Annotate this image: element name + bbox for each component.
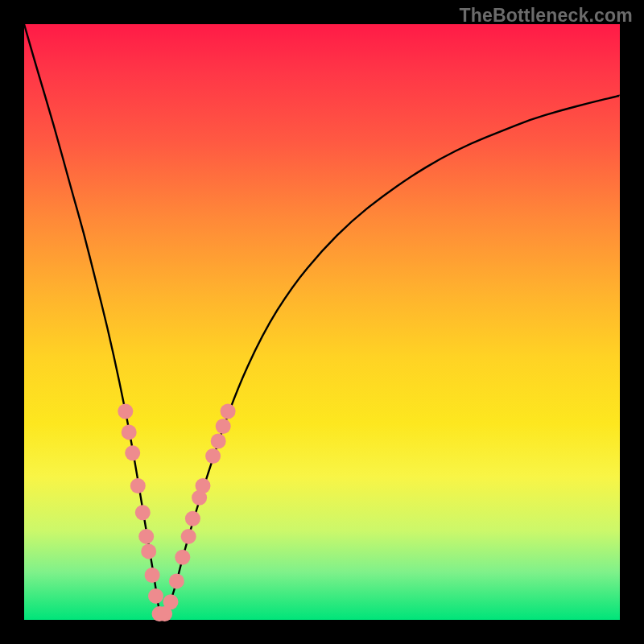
curve-marker — [205, 448, 221, 464]
curve-marker — [211, 434, 226, 449]
curve-marker — [125, 445, 140, 460]
bottleneck-curve — [24, 24, 620, 620]
curve-marker — [141, 543, 156, 559]
chart-canvas: TheBottleneck.com — [0, 0, 644, 644]
watermark-text: TheBottleneck.com — [459, 5, 633, 27]
curve-marker — [135, 505, 151, 520]
curve-marker — [118, 404, 133, 419]
curve-marker — [122, 424, 137, 440]
curve-marker — [138, 529, 154, 544]
curve-marker — [216, 419, 231, 434]
curve-marker — [148, 588, 163, 604]
curve-marker — [169, 573, 184, 588]
curve-marker — [145, 568, 160, 583]
curve-marker — [130, 478, 146, 493]
curve-marker — [175, 550, 190, 565]
curve-marker — [181, 529, 196, 544]
curve-marker — [185, 511, 200, 526]
curve-marker — [196, 478, 211, 493]
curve-marker — [221, 404, 236, 419]
plot-area — [24, 24, 620, 620]
curve-marker — [163, 594, 179, 609]
